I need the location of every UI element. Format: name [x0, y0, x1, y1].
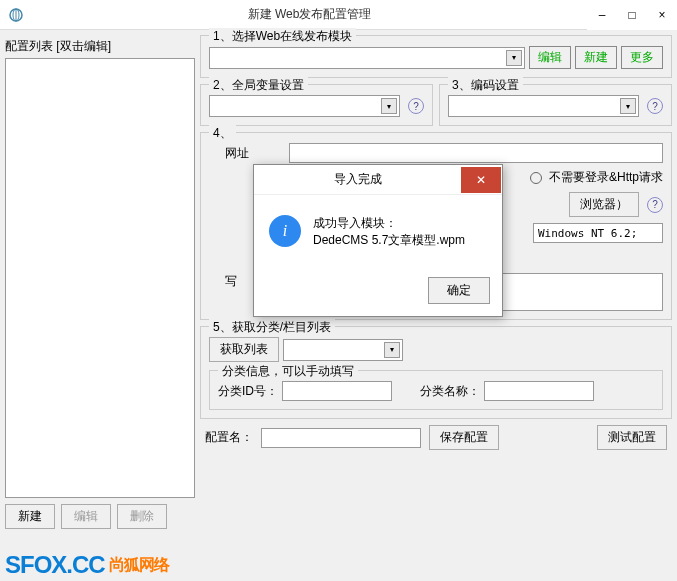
- minimize-button[interactable]: –: [587, 0, 617, 30]
- help-icon[interactable]: ?: [647, 197, 663, 213]
- list-dropdown[interactable]: ▾: [283, 339, 403, 361]
- addr-label: 网址: [225, 145, 285, 162]
- import-complete-dialog: 导入完成 ✕ i 成功导入模块： DedeCMS 5.7文章模型.wpm 确定: [253, 164, 503, 317]
- radio-no-login[interactable]: [530, 172, 542, 184]
- browser-button[interactable]: 浏览器）: [569, 192, 639, 217]
- config-list-label: 配置列表 [双击编辑]: [5, 35, 195, 58]
- section-4-title: 4、: [209, 125, 236, 142]
- ua-field[interactable]: Windows NT 6.2;: [533, 223, 663, 243]
- radio-no-login-label: 不需要登录&Http请求: [549, 169, 663, 186]
- category-name-input[interactable]: [484, 381, 594, 401]
- module-dropdown[interactable]: ▾: [209, 47, 525, 69]
- encoding-dropdown[interactable]: ▾: [448, 95, 639, 117]
- category-info-group: 分类信息，可以手动填写 分类ID号： 分类名称：: [209, 370, 663, 410]
- section-2: 2、全局变量设置 ▾ ?: [200, 84, 433, 126]
- dialog-message-2: DedeCMS 5.7文章模型.wpm: [313, 232, 465, 249]
- dialog-close-button[interactable]: ✕: [461, 167, 501, 193]
- section-1-title: 1、选择Web在线发布模块: [209, 28, 356, 45]
- section-1: 1、选择Web在线发布模块 ▾ 编辑 新建 更多: [200, 35, 672, 78]
- section-5-title: 5、获取分类/栏目列表: [209, 319, 335, 336]
- maximize-button[interactable]: □: [617, 0, 647, 30]
- section-3-title: 3、编码设置: [448, 77, 523, 94]
- new-module-button[interactable]: 新建: [575, 46, 617, 69]
- watermark: SFOX.CC 尚狐网络: [5, 551, 169, 579]
- close-button[interactable]: ×: [647, 0, 677, 30]
- new-config-button[interactable]: 新建: [5, 504, 55, 529]
- window-title: 新建 Web发布配置管理: [32, 6, 587, 23]
- config-name-input[interactable]: [261, 428, 421, 448]
- test-config-button[interactable]: 测试配置: [597, 425, 667, 450]
- section-3: 3、编码设置 ▾ ?: [439, 84, 672, 126]
- category-name-label: 分类名称：: [420, 383, 480, 400]
- delete-config-button[interactable]: 删除: [117, 504, 167, 529]
- category-sub-label: 分类信息，可以手动填写: [218, 363, 358, 380]
- section-2-title: 2、全局变量设置: [209, 77, 308, 94]
- help-icon[interactable]: ?: [647, 98, 663, 114]
- app-icon: [4, 3, 28, 27]
- more-module-button[interactable]: 更多: [621, 46, 663, 69]
- chevron-down-icon: ▾: [506, 50, 522, 66]
- dialog-message-1: 成功导入模块：: [313, 215, 465, 232]
- edit-module-button[interactable]: 编辑: [529, 46, 571, 69]
- addr-input[interactable]: [289, 143, 663, 163]
- titlebar: 新建 Web发布配置管理 – □ ×: [0, 0, 677, 30]
- config-name-label: 配置名：: [205, 429, 253, 446]
- category-id-label: 分类ID号：: [218, 383, 278, 400]
- dialog-title: 导入完成: [254, 171, 461, 188]
- save-config-button[interactable]: 保存配置: [429, 425, 499, 450]
- dialog-ok-button[interactable]: 确定: [428, 277, 490, 304]
- global-var-dropdown[interactable]: ▾: [209, 95, 400, 117]
- section-5: 5、获取分类/栏目列表 获取列表 ▾ 分类信息，可以手动填写 分类ID号： 分类…: [200, 326, 672, 419]
- chevron-down-icon: ▾: [620, 98, 636, 114]
- chevron-down-icon: ▾: [381, 98, 397, 114]
- info-icon: i: [269, 215, 301, 247]
- config-listbox[interactable]: [5, 58, 195, 498]
- chevron-down-icon: ▾: [384, 342, 400, 358]
- category-id-input[interactable]: [282, 381, 392, 401]
- get-list-button[interactable]: 获取列表: [209, 337, 279, 362]
- edit-config-button[interactable]: 编辑: [61, 504, 111, 529]
- help-icon[interactable]: ?: [408, 98, 424, 114]
